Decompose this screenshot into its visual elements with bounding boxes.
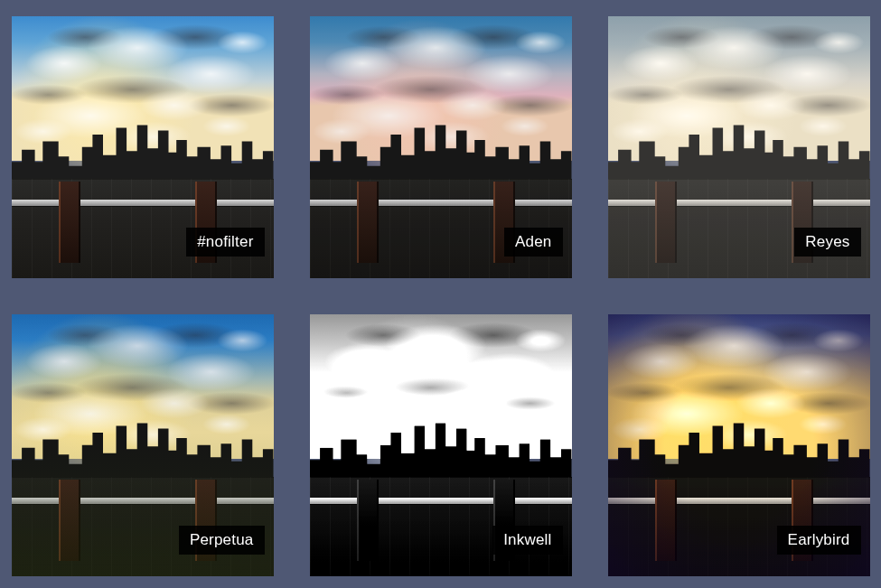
filter-label: Earlybird	[777, 526, 861, 555]
filter-label: Perpetua	[179, 526, 265, 555]
filter-tile-inkwell[interactable]: Inkwell	[310, 314, 572, 576]
filter-tile-nofilter[interactable]: #nofilter	[12, 16, 274, 278]
filter-label: #nofilter	[186, 228, 264, 257]
filter-tile-earlybird[interactable]: Earlybird	[608, 314, 870, 576]
filter-grid: #nofilter Aden Reyes	[0, 0, 881, 588]
filter-label: Inkwell	[492, 526, 562, 555]
filter-tile-aden[interactable]: Aden	[310, 16, 572, 278]
filter-tile-reyes[interactable]: Reyes	[608, 16, 870, 278]
filter-label: Aden	[504, 228, 563, 257]
filter-label: Reyes	[794, 228, 860, 257]
filter-tile-perpetua[interactable]: Perpetua	[12, 314, 274, 576]
